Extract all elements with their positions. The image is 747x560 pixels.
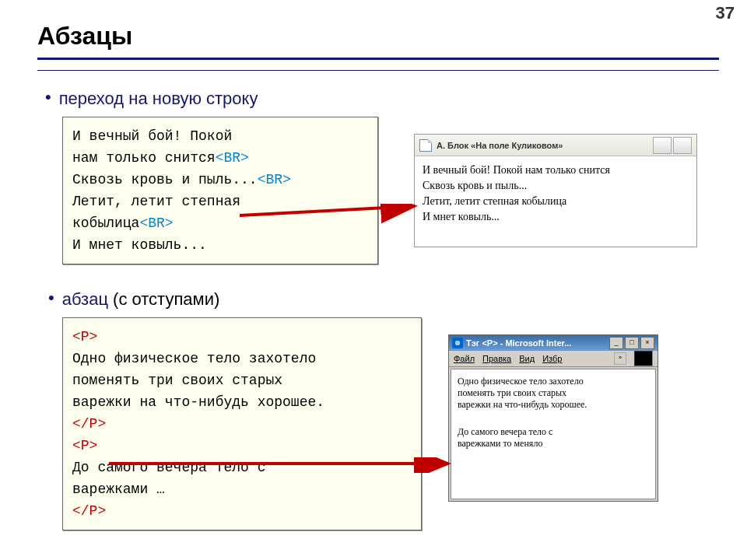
page-title: Абзацы <box>37 22 132 51</box>
br-tag: <BR> <box>216 150 249 166</box>
render-line: Летит, летит степная кобылица <box>423 194 689 209</box>
slide-number: 37 <box>716 3 735 23</box>
title-rule-thin <box>37 70 719 71</box>
bullet-1-text: переход на новую строку <box>59 89 258 108</box>
bullet-2: •абзац (с отступами) <box>48 288 219 310</box>
code-example-p: <P> Одно физическое тело захотело поменя… <box>62 317 422 530</box>
browser-a-titlebar: А. Блок «На поле Куликовом» <box>415 135 696 156</box>
arrow-icon <box>109 457 459 473</box>
title-rule-heavy <box>37 58 719 60</box>
ie-icon <box>452 338 463 348</box>
code1-l3: Сквозь кровь и пыль... <box>72 172 258 187</box>
code2-l3: варежки на что-нибудь хорошее. <box>72 394 324 410</box>
browser-preview-b: Тэг <P> - Microsoft Inter... _ □ × Файл … <box>448 334 658 502</box>
p-open-tag: <P> <box>72 438 97 453</box>
bullet-dot-icon: • <box>45 87 51 107</box>
browser-a-body: И вечный бой! Покой нам только снится Ск… <box>415 156 696 231</box>
code1-l6: И мнет ковыль... <box>72 237 207 253</box>
render-line: И мнет ковыль... <box>423 209 689 225</box>
code1-l1: И вечный бой! Покой <box>72 128 232 144</box>
nav-button <box>653 137 672 154</box>
browser-b-title: Тэг <P> - Microsoft Inter... <box>466 338 571 348</box>
code2-l5: варежками … <box>72 481 165 497</box>
menu-edit: Правка <box>482 354 511 363</box>
render-line: Сквозь кровь и пыль... <box>423 178 689 194</box>
code1-l2: нам только снится <box>72 150 216 166</box>
p-close-tag: </P> <box>72 503 106 519</box>
browser-b-titlebar: Тэг <P> - Microsoft Inter... _ □ × <box>449 335 658 351</box>
bullet-dot-icon: • <box>48 288 54 308</box>
bullet-2-text-a: абзац <box>62 289 113 309</box>
para1-l1: Одно физическое тело захотело <box>458 376 649 387</box>
menu-file: Файл <box>454 354 475 363</box>
code2-l2: поменять три своих старых <box>72 373 282 388</box>
para1-l2: поменять три своих старых <box>458 387 649 399</box>
browser-b-menubar: Файл Правка Вид Избр » <box>449 351 658 367</box>
render-line: И вечный бой! Покой нам только снится <box>423 163 689 178</box>
close-icon: × <box>640 337 654 349</box>
br-tag: <BR> <box>258 172 291 187</box>
code1-l5: кобылица <box>72 215 139 231</box>
chevron-icon: » <box>614 352 626 365</box>
browser-b-body: Одно физическое тело захотело поменять т… <box>451 369 656 499</box>
bullet-1: •переход на новую строку <box>45 87 258 109</box>
para2-l2: варежками то меняло <box>458 438 649 450</box>
browser-a-title: А. Блок «На поле Куликовом» <box>437 141 563 150</box>
minimize-icon: _ <box>609 337 623 349</box>
br-tag: <BR> <box>139 215 173 231</box>
code-example-br: И вечный бой! Покой нам только снится<BR… <box>62 117 378 264</box>
code1-l4: Летит, летит степная <box>72 194 240 209</box>
bullet-2-text-b: (с отступами) <box>113 289 219 309</box>
throbber-icon <box>634 351 653 366</box>
document-icon <box>419 139 432 152</box>
code2-l1: Одно физическое тело захотело <box>72 351 316 366</box>
menu-fav: Избр <box>542 354 562 363</box>
arrow-icon <box>240 204 426 227</box>
maximize-icon: □ <box>625 337 639 349</box>
nav-button <box>673 137 692 154</box>
p-open-tag: <P> <box>72 329 97 345</box>
browser-preview-a: А. Блок «На поле Куликовом» И вечный бой… <box>414 134 697 247</box>
para1-l3: варежки на что-нибудь хорошее. <box>458 399 649 411</box>
menu-view: Вид <box>519 354 535 363</box>
svg-line-0 <box>240 206 415 215</box>
p-close-tag: </P> <box>72 416 106 432</box>
para2-l1: До самого вечера тело с <box>458 426 649 438</box>
